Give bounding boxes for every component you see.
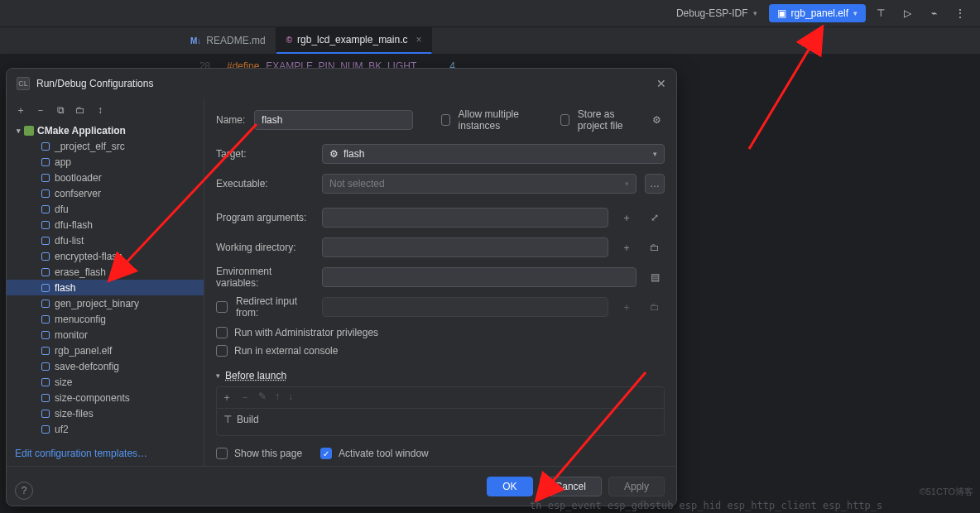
redirect-input-path[interactable] [322,297,608,317]
add-icon[interactable]: ＋ [222,391,232,405]
tree-item-size-files[interactable]: size-files [7,405,204,421]
env-vars-input[interactable] [322,267,637,287]
cancel-button[interactable]: Cancel [540,477,602,496]
executable-select[interactable]: Not selected ▾ [322,174,637,194]
allow-multiple-label: Allow multiple instances [459,108,538,132]
tree-item-encrypted-flash[interactable]: encrypted-flash [7,248,204,264]
chevron-down-icon: ▾ [653,150,657,158]
plus-icon[interactable]: ＋ [617,297,637,317]
expand-icon[interactable]: ⤢ [645,208,665,228]
activate-tool-window-checkbox[interactable]: ✓ [320,448,332,459]
sort-icon[interactable]: ↕ [94,104,106,116]
cube-icon: ▣ [777,7,786,19]
chevron-down-icon: ▾ [853,9,858,17]
tree-item-dfu[interactable]: dfu [7,201,204,217]
external-console-label: Run in external console [234,345,338,357]
target-icon [41,300,50,308]
working-dir-input[interactable] [322,237,608,257]
tree-item--project-elf-src[interactable]: _project_elf_src [7,138,204,154]
more-menu-icon[interactable]: ⋮ [949,2,972,25]
tab-main-c[interactable]: © rgb_lcd_example_main.c × [276,27,433,54]
close-icon[interactable]: ✕ [656,77,666,90]
close-icon[interactable]: × [416,34,421,46]
gear-icon[interactable]: ⚙ [650,110,665,130]
target-icon [41,268,50,276]
folder-icon[interactable]: 🗀 [645,237,665,257]
hammer-icon: ⊤ [223,414,232,425]
edit-icon[interactable]: ✎ [258,391,267,405]
store-project-label: Store as project file [578,108,641,132]
name-input[interactable] [254,110,413,130]
before-launch-section[interactable]: ▾ Before launch [216,370,665,381]
tree-item-monitor[interactable]: monitor [7,327,204,343]
run-debug-config-dialog: CL Run/Debug Configurations ✕ ＋ － ⧉ 🗀 ↕ … [6,68,677,506]
tree-group-cmake[interactable]: ▾ CMake Application [7,123,204,138]
down-icon[interactable]: ↓ [288,391,293,405]
program-args-input[interactable] [322,208,608,228]
target-icon [41,347,50,355]
build-task-label: Build [237,414,259,425]
target-icon [41,378,50,386]
tree-item-rgb-panel-elf[interactable]: rgb_panel.elf [7,343,204,358]
admin-priv-label: Run with Administrator privileges [234,327,378,338]
redirect-input-checkbox[interactable] [216,301,228,313]
tab-label: rgb_lcd_example_main.c [297,34,407,46]
ok-button[interactable]: OK [487,477,532,496]
build-icon[interactable]: ⊤ [869,2,892,25]
tree-item-label: app [55,156,71,168]
target-icon [41,315,50,324]
tree-group-label: CMake Application [37,125,126,137]
edit-templates-link[interactable]: Edit configuration templates… [15,448,147,459]
target-icon [41,174,50,182]
dialog-title: Run/Debug Configurations [36,78,153,89]
external-console-checkbox[interactable] [216,345,228,357]
tree-item-label: confserver [55,188,101,199]
tree-item-dfu-flash[interactable]: dfu-flash [7,217,204,233]
tree-item-gen-project-binary[interactable]: gen_project_binary [7,295,204,311]
show-page-checkbox[interactable] [216,448,228,459]
allow-multiple-checkbox[interactable] [441,114,450,126]
help-button[interactable]: ? [15,482,33,500]
run-target-chip[interactable]: ▣ rgb_panel.elf ▾ [769,4,866,22]
tree-item-menuconfig[interactable]: menuconfig [7,311,204,327]
store-project-checkbox[interactable] [560,114,569,126]
build-config-dropdown[interactable]: Debug-ESP-IDF ▾ [668,4,766,22]
folder-icon[interactable]: 🗀 [645,297,665,317]
tree-item-size[interactable]: size [7,374,204,390]
tree-item-uf2[interactable]: uf2 [7,421,204,437]
tree-item-confserver[interactable]: confserver [7,185,204,201]
list-icon[interactable]: ▤ [645,267,665,287]
remove-icon[interactable]: － [35,103,46,117]
target-icon [41,205,50,213]
add-icon[interactable]: ＋ [15,103,26,117]
folder-icon[interactable]: 🗀 [74,104,86,116]
admin-priv-checkbox[interactable] [216,327,228,338]
debug-icon[interactable]: ⌁ [922,2,945,25]
tree-item-size-components[interactable]: size-components [7,390,204,405]
before-launch-list[interactable]: ⊤ Build [216,408,665,436]
tree-item-save-defconfig[interactable]: save-defconfig [7,358,204,374]
plus-icon[interactable]: ＋ [617,237,637,257]
target-select[interactable]: ⚙ flash ▾ [322,144,665,164]
tree-item-flash[interactable]: flash [7,280,204,295]
target-icon [41,425,50,434]
target-icon [41,284,50,292]
remove-icon[interactable]: － [240,391,250,405]
run-icon[interactable]: ▷ [896,2,919,25]
ellipsis-button[interactable]: … [645,174,665,194]
tree-item-label: flash [55,282,75,294]
tab-readme[interactable]: M↓ README.md [180,27,276,54]
chevron-down-icon: ▾ [17,127,21,135]
tree-item-erase-flash[interactable]: erase_flash [7,264,204,280]
markdown-icon: M↓ [190,36,201,46]
executable-label: Executable: [216,178,314,189]
apply-button[interactable]: Apply [608,477,665,496]
copy-icon[interactable]: ⧉ [55,104,66,116]
tree-item-dfu-list[interactable]: dfu-list [7,233,204,248]
plus-icon[interactable]: ＋ [617,208,637,228]
tree-item-label: gen_project_binary [55,298,139,309]
env-vars-label: Environment variables: [216,266,314,289]
up-icon[interactable]: ↑ [275,391,280,405]
tree-item-bootloader[interactable]: bootloader [7,170,204,185]
tree-item-app[interactable]: app [7,154,204,170]
